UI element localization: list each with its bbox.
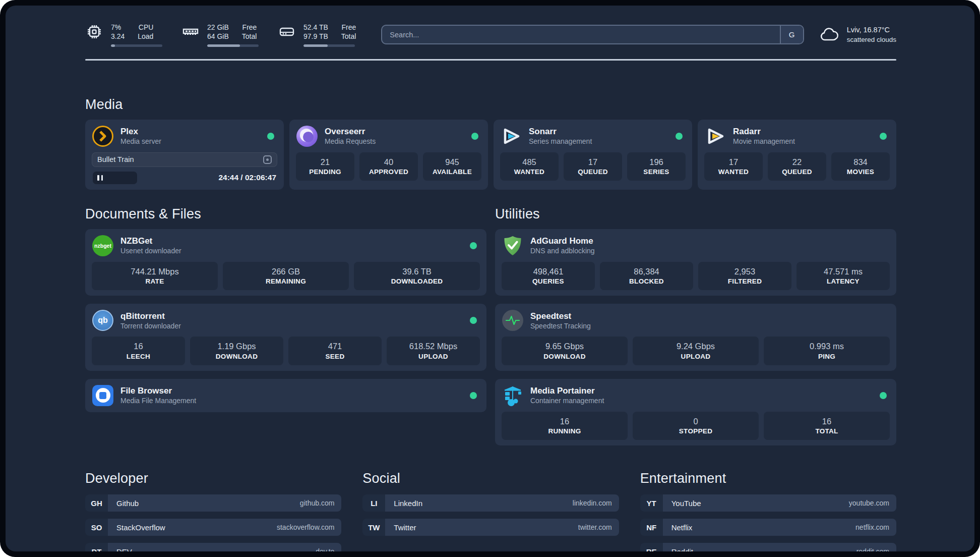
entertainment-column: Entertainment YT YouTube youtube.com NF … (640, 471, 896, 551)
session-icon (263, 155, 272, 164)
section-title-utilities: Utilities (495, 206, 896, 222)
status-indicator (267, 133, 274, 140)
disk-progress-bar (303, 44, 355, 47)
bookmark-name: Netflix (671, 523, 693, 532)
bookmark-abbr: YT (640, 494, 663, 512)
section-title-media: Media (85, 97, 896, 113)
service-desc: Series management (529, 137, 592, 146)
bookmark-url: twitter.com (578, 523, 612, 531)
service-desc: Speedtest Tracking (530, 321, 591, 330)
stat-latency: 47.571 ms LATENCY (797, 262, 890, 290)
bookmark-abbr: GH (85, 494, 108, 512)
bookmark-linkedin[interactable]: LI LinkedIn linkedin.com (362, 494, 619, 512)
bookmark-netflix[interactable]: NF Netflix netflix.com (640, 519, 896, 536)
memory-free: 22 GiB (207, 23, 229, 32)
service-desc: Usenet downloader (120, 246, 181, 255)
nzbget-icon: nzbget (92, 235, 114, 257)
status-indicator (676, 133, 683, 140)
stat-blocked: 86,384 BLOCKED (600, 262, 693, 290)
stat-download: 1.19 Gbps DOWNLOAD (190, 337, 283, 365)
bookmark-youtube[interactable]: YT YouTube youtube.com (640, 494, 896, 512)
service-card-radarr[interactable]: Radarr Movie management 17 WANTED 22 QUE… (698, 120, 896, 190)
cpu-icon (85, 23, 103, 41)
service-card-nzbget[interactable]: nzbget NZBGet Usenet downloader 744.21 M… (85, 229, 486, 296)
service-card-overseerr[interactable]: Overseerr Media Requests 21 PENDING 40 A… (289, 120, 488, 190)
status-indicator (471, 133, 478, 140)
service-card-adguard[interactable]: AdGuard Home DNS and adblocking 498,461 … (495, 229, 896, 296)
memory-total: 64 GiB (207, 32, 229, 41)
service-desc: Container management (530, 396, 604, 405)
service-card-filebrowser[interactable]: File Browser Media File Management (85, 379, 486, 412)
stat-wanted: 17 WANTED (704, 152, 763, 181)
radarr-icon (704, 125, 726, 147)
cpu-usage: 7% (111, 23, 121, 32)
service-card-portainer[interactable]: Media Portainer Container management 16 … (495, 379, 896, 445)
service-name: Radarr (733, 126, 795, 137)
stat-series: 196 SERIES (627, 152, 686, 181)
bookmark-url: linkedin.com (573, 499, 612, 507)
sonarr-icon (500, 125, 522, 147)
disk-label-1: Free (342, 23, 356, 32)
bookmark-github[interactable]: GH Github github.com (85, 494, 341, 512)
pause-button[interactable] (93, 172, 137, 184)
cpu-label-1: CPU (139, 23, 154, 32)
bookmark-url: reddit.com (856, 547, 889, 551)
memory-widget: 22 GiB 64 GiB Free Total (181, 23, 259, 47)
section-title-social: Social (362, 471, 619, 486)
bookmark-reddit[interactable]: RE Reddit reddit.com (640, 543, 896, 551)
stat-pending: 21 PENDING (296, 152, 354, 181)
stat-wanted: 485 WANTED (500, 152, 559, 181)
bookmark-dev[interactable]: DT DEV dev.to (85, 543, 341, 551)
section-title-documents: Documents & Files (85, 206, 486, 222)
stat-upload: 9.24 Gbps UPLOAD (633, 337, 759, 365)
stat-upload: 618.52 Mbps UPLOAD (387, 337, 480, 365)
service-desc: Torrent downloader (120, 321, 181, 330)
disk-total: 97.9 TB (303, 32, 328, 41)
stat-filtered: 2,953 FILTERED (698, 262, 791, 290)
stat-total: 16 TOTAL (764, 412, 890, 440)
dashboard: 7% 3.24 CPU Load (6, 6, 974, 551)
stat-download: 9.65 Gbps DOWNLOAD (502, 337, 628, 365)
stat-running: 16 RUNNING (502, 412, 628, 440)
search-input[interactable] (381, 25, 804, 44)
service-name: Media Portainer (530, 385, 604, 396)
window-frame: 7% 3.24 CPU Load (0, 0, 980, 557)
stat-queued: 22 QUEUED (768, 152, 826, 181)
pause-icon (97, 175, 99, 181)
stat-stopped: 0 STOPPED (633, 412, 759, 440)
service-card-sonarr[interactable]: Sonarr Series management 485 WANTED 17 Q… (494, 120, 692, 190)
stat-seed: 471 SEED (288, 337, 382, 365)
search-container: G (381, 25, 804, 44)
bookmark-url: stackoverflow.com (277, 523, 334, 531)
overseerr-icon (296, 125, 318, 147)
bookmark-stackoverflow[interactable]: SO StackOverflow stackoverflow.com (85, 519, 341, 536)
stat-remaining: 266 GB REMAINING (223, 262, 349, 290)
search-engine-button[interactable]: G (780, 26, 803, 43)
stat-downloaded: 39.6 TB DOWNLOADED (354, 262, 480, 290)
service-desc: Media Requests (325, 137, 376, 146)
service-card-plex[interactable]: Plex Media server Bullet Train 24:44 / 0… (85, 120, 284, 190)
service-desc: DNS and adblocking (530, 246, 595, 255)
weather-widget[interactable]: Lviv, 16.87°C scattered clouds (819, 25, 896, 44)
service-card-qbittorrent[interactable]: qb qBittorrent Torrent downloader 16 LEE… (85, 304, 486, 370)
playback-time: 24:44 / 02:06:47 (218, 173, 276, 182)
bookmark-url: netflix.com (855, 523, 889, 531)
bookmark-abbr: RE (640, 543, 663, 551)
adguard-icon (502, 235, 524, 257)
stat-queued: 17 QUEUED (564, 152, 622, 181)
stat-available: 945 AVAILABLE (423, 152, 481, 181)
bookmark-abbr: TW (362, 519, 385, 536)
disk-progress-fill (303, 44, 328, 47)
service-card-speedtest[interactable]: Speedtest Speedtest Tracking 9.65 Gbps D… (495, 304, 896, 370)
service-name: qBittorrent (120, 311, 181, 321)
bookmark-url: github.com (300, 499, 334, 507)
memory-label-2: Total (242, 32, 257, 41)
bookmark-abbr: DT (85, 543, 108, 551)
portainer-icon (502, 384, 524, 407)
header-divider (85, 59, 896, 61)
stat-approved: 40 APPROVED (359, 152, 418, 181)
cpu-progress-fill (111, 44, 115, 47)
service-name: Plex (120, 126, 161, 137)
bookmark-twitter[interactable]: TW Twitter twitter.com (362, 519, 619, 536)
social-column: Social LI LinkedIn linkedin.com TW Twitt… (362, 471, 619, 551)
